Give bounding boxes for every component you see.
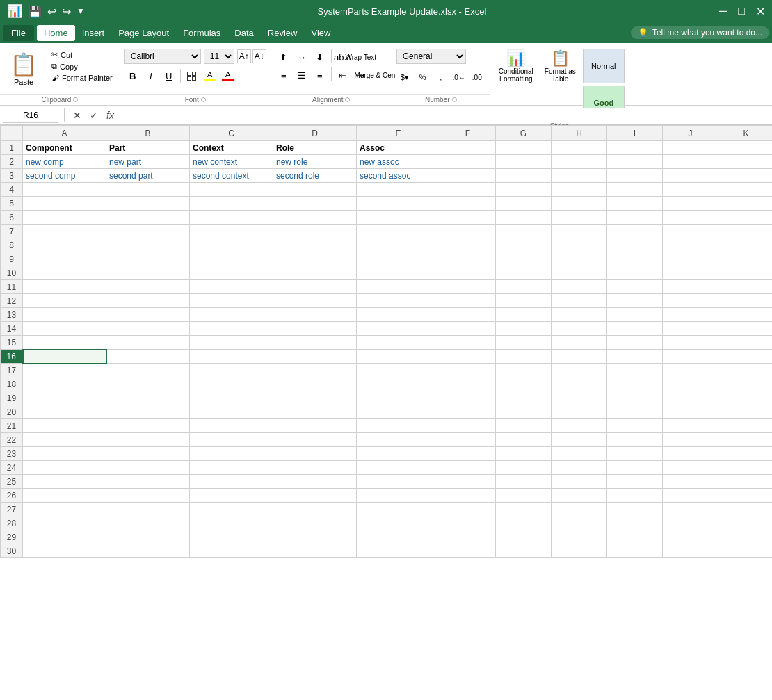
cell[interactable]	[23, 544, 106, 558]
row-number-2[interactable]: 2	[1, 155, 23, 169]
cell[interactable]	[273, 419, 357, 433]
font-color-button[interactable]: A	[220, 67, 236, 84]
cell[interactable]	[357, 350, 440, 364]
cell[interactable]	[663, 280, 718, 294]
cell[interactable]	[440, 308, 496, 322]
cell[interactable]	[663, 461, 718, 475]
cell[interactable]	[718, 252, 773, 266]
cell[interactable]	[663, 503, 718, 516]
cell[interactable]	[357, 197, 440, 211]
cell[interactable]	[607, 225, 663, 238]
format-painter-button[interactable]: 🖌 Format Painter	[49, 72, 115, 83]
cell[interactable]	[607, 336, 663, 350]
cell[interactable]	[357, 211, 440, 225]
row-number-19[interactable]: 19	[1, 391, 23, 405]
cell[interactable]	[496, 419, 552, 433]
cell[interactable]	[23, 336, 106, 350]
cell[interactable]	[273, 475, 357, 489]
cell[interactable]	[273, 405, 357, 419]
cell[interactable]	[663, 364, 718, 377]
align-right-button[interactable]: ≡	[312, 67, 328, 83]
cell[interactable]	[607, 447, 663, 461]
wrap-text-button[interactable]: Wrap Text	[353, 49, 369, 65]
cell[interactable]	[273, 183, 357, 197]
cell[interactable]	[718, 197, 773, 211]
col-header-i[interactable]: I	[607, 126, 663, 141]
cell[interactable]	[496, 489, 552, 503]
col-header-b[interactable]: B	[106, 126, 190, 141]
cell[interactable]	[440, 280, 496, 294]
cell[interactable]	[357, 503, 440, 516]
cell[interactable]	[190, 308, 273, 322]
cell[interactable]	[440, 489, 496, 503]
alignment-group-label[interactable]: Alignment ⬡	[271, 94, 392, 105]
cell[interactable]	[718, 169, 773, 183]
cell[interactable]	[106, 197, 190, 211]
cell[interactable]	[273, 489, 357, 503]
cell[interactable]	[23, 377, 106, 391]
cell[interactable]	[607, 294, 663, 308]
cell[interactable]	[440, 183, 496, 197]
cell[interactable]	[357, 322, 440, 336]
cell[interactable]	[663, 544, 718, 558]
menu-file[interactable]: File	[3, 25, 34, 41]
cell[interactable]	[440, 238, 496, 252]
cell[interactable]	[23, 197, 106, 211]
cell[interactable]	[663, 391, 718, 405]
paste-button[interactable]: 📋 Paste	[4, 49, 43, 89]
cell[interactable]	[273, 461, 357, 475]
cell[interactable]	[357, 336, 440, 350]
cell[interactable]	[440, 211, 496, 225]
menu-formulas[interactable]: Formulas	[176, 25, 227, 41]
cell[interactable]	[552, 516, 607, 530]
cell[interactable]	[552, 211, 607, 225]
cell[interactable]	[273, 211, 357, 225]
cell[interactable]	[552, 350, 607, 364]
cell[interactable]	[607, 364, 663, 377]
row-number-13[interactable]: 13	[1, 308, 23, 322]
cell[interactable]	[607, 238, 663, 252]
cell[interactable]	[552, 475, 607, 489]
row-number-5[interactable]: 5	[1, 197, 23, 211]
cell[interactable]	[357, 544, 440, 558]
cell[interactable]	[190, 238, 273, 252]
cell[interactable]	[552, 197, 607, 211]
italic-button[interactable]: I	[143, 67, 159, 84]
row-number-18[interactable]: 18	[1, 377, 23, 391]
cell[interactable]	[23, 405, 106, 419]
align-bottom-button[interactable]: ⬇	[312, 49, 328, 65]
number-format-select[interactable]: General	[396, 49, 466, 64]
cell[interactable]	[440, 419, 496, 433]
cell[interactable]	[190, 461, 273, 475]
cell[interactable]	[23, 183, 106, 197]
cell[interactable]	[440, 336, 496, 350]
cell[interactable]	[440, 169, 496, 183]
row-number-17[interactable]: 17	[1, 364, 23, 377]
cell[interactable]	[663, 308, 718, 322]
cell[interactable]	[718, 461, 773, 475]
col-header-d[interactable]: D	[273, 126, 357, 141]
cell[interactable]	[663, 155, 718, 169]
cell[interactable]	[23, 238, 106, 252]
cell[interactable]	[552, 322, 607, 336]
cell[interactable]	[190, 405, 273, 419]
cell[interactable]	[440, 461, 496, 475]
cell[interactable]: Context	[190, 141, 273, 155]
menu-review[interactable]: Review	[261, 25, 305, 41]
col-header-j[interactable]: J	[663, 126, 718, 141]
cell[interactable]	[440, 475, 496, 489]
cell[interactable]	[607, 322, 663, 336]
cell[interactable]	[440, 391, 496, 405]
cell[interactable]	[496, 294, 552, 308]
cell[interactable]	[273, 350, 357, 364]
cell[interactable]	[106, 364, 190, 377]
cell[interactable]: second assoc	[357, 169, 440, 183]
cell[interactable]	[552, 461, 607, 475]
cell[interactable]	[357, 447, 440, 461]
cell[interactable]	[607, 503, 663, 516]
cell[interactable]	[440, 516, 496, 530]
cell[interactable]	[357, 433, 440, 447]
cell[interactable]	[357, 183, 440, 197]
cell[interactable]	[190, 183, 273, 197]
cell[interactable]	[496, 280, 552, 294]
